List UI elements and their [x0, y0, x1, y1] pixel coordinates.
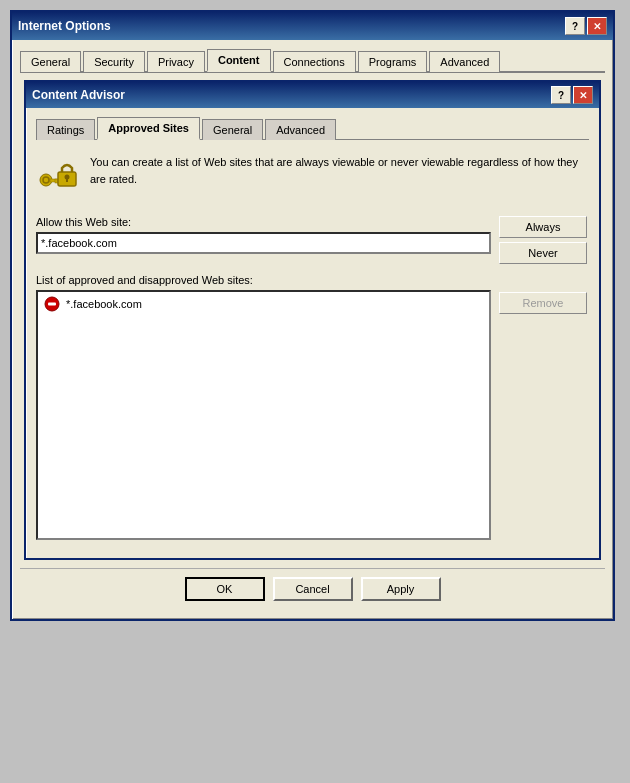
info-row: You can create a list of Web sites that …	[36, 150, 589, 202]
approved-sites-list[interactable]: *.facebook.com	[36, 290, 491, 540]
inner-dialog-content: Ratings Approved Sites General Advanced	[26, 108, 599, 558]
inner-tabs: Ratings Approved Sites General Advanced	[36, 116, 589, 140]
form-left: Allow this Web site:	[36, 216, 491, 254]
list-label: List of approved and disapproved Web sit…	[36, 274, 491, 286]
website-input[interactable]	[36, 232, 491, 254]
list-left: List of approved and disapproved Web sit…	[36, 274, 491, 540]
allow-site-section: Allow this Web site: Always Never	[36, 216, 589, 264]
tab-programs[interactable]: Programs	[358, 51, 428, 72]
window-content: General Security Privacy Content Connect…	[12, 40, 613, 619]
inner-help-button[interactable]: ?	[551, 86, 571, 104]
inner-tab-advanced[interactable]: Advanced	[265, 119, 336, 140]
allow-label: Allow this Web site:	[36, 216, 491, 228]
content-advisor-dialog: Content Advisor ? ✕ Ratings Approved Sit…	[24, 80, 601, 560]
tab-content[interactable]: Content	[207, 49, 271, 72]
outer-tabs: General Security Privacy Content Connect…	[20, 48, 605, 73]
internet-options-window: Internet Options ? ✕ General Security Pr…	[10, 10, 615, 621]
list-item-text: *.facebook.com	[66, 298, 142, 310]
list-item: *.facebook.com	[40, 294, 487, 314]
help-button[interactable]: ?	[565, 17, 585, 35]
tab-general[interactable]: General	[20, 51, 81, 72]
bottom-bar: OK Cancel Apply	[20, 568, 605, 611]
title-bar-buttons: ? ✕	[565, 17, 607, 35]
list-right: Remove	[499, 292, 589, 314]
info-description: You can create a list of Web sites that …	[90, 154, 589, 187]
tab-security[interactable]: Security	[83, 51, 145, 72]
svg-rect-7	[66, 178, 68, 182]
ok-button[interactable]: OK	[185, 577, 265, 601]
inner-tab-approved-sites[interactable]: Approved Sites	[97, 117, 200, 140]
lock-icon	[36, 154, 80, 198]
inner-window-title: Content Advisor	[32, 88, 125, 102]
inner-title-bar: Content Advisor ? ✕	[26, 82, 599, 108]
never-button[interactable]: Never	[499, 242, 587, 264]
tab-privacy[interactable]: Privacy	[147, 51, 205, 72]
title-bar: Internet Options ? ✕	[12, 12, 613, 40]
cancel-button[interactable]: Cancel	[273, 577, 353, 601]
form-right: Always Never	[499, 216, 589, 264]
always-button[interactable]: Always	[499, 216, 587, 238]
remove-button[interactable]: Remove	[499, 292, 587, 314]
inner-title-buttons: ? ✕	[551, 86, 593, 104]
blocked-icon	[44, 296, 60, 312]
inner-tab-ratings[interactable]: Ratings	[36, 119, 95, 140]
svg-rect-9	[48, 303, 56, 306]
list-section: List of approved and disapproved Web sit…	[36, 274, 589, 540]
window-title: Internet Options	[18, 19, 111, 33]
inner-close-button[interactable]: ✕	[573, 86, 593, 104]
tab-connections[interactable]: Connections	[273, 51, 356, 72]
inner-tab-general[interactable]: General	[202, 119, 263, 140]
apply-button[interactable]: Apply	[361, 577, 441, 601]
tab-advanced[interactable]: Advanced	[429, 51, 500, 72]
close-button[interactable]: ✕	[587, 17, 607, 35]
